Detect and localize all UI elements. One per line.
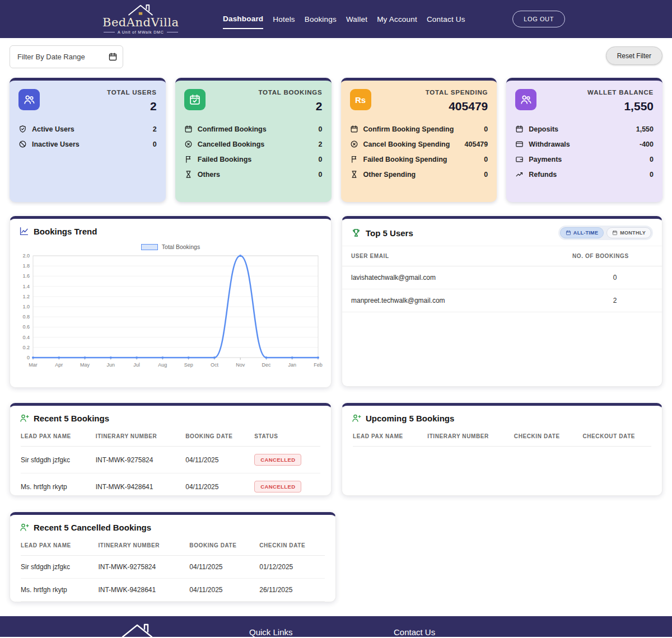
nav-item-bookings[interactable]: Bookings bbox=[305, 10, 337, 29]
stat-item-other-spending: Other Spending0 bbox=[350, 170, 488, 179]
svg-text:0.2: 0.2 bbox=[22, 345, 30, 350]
stat-item-confirmed-bookings: Confirmed Bookings0 bbox=[184, 125, 323, 133]
calendar-check-icon bbox=[184, 89, 206, 110]
date-range-input[interactable] bbox=[10, 45, 123, 68]
stat-item-label: Refunds bbox=[529, 171, 557, 179]
stat-item-label: Confirm Booking Spending bbox=[363, 125, 454, 133]
toggle-monthly[interactable]: MONTHLY bbox=[606, 227, 651, 238]
user-plus-icon bbox=[19, 522, 29, 532]
stat-item-label: Deposits bbox=[529, 125, 558, 133]
date-range-field bbox=[10, 45, 123, 68]
stat-item-value: 0 bbox=[153, 140, 157, 148]
stat-item-label: Confirmed Bookings bbox=[198, 125, 267, 133]
stat-card-wallet-balance: WALLET BALANCE1,550Deposits1,550Withdraw… bbox=[506, 78, 662, 202]
brand-subtitle: A Unit of MWalk DMC bbox=[104, 30, 178, 34]
top-users-title: Top 5 Users bbox=[366, 228, 413, 238]
stat-item-value: 0 bbox=[650, 171, 654, 179]
svg-text:1.2: 1.2 bbox=[22, 294, 30, 299]
table-cell: 04/11/2025 bbox=[185, 473, 254, 496]
column-header: NO. OF BOOKINGS bbox=[572, 246, 662, 266]
hourglass-icon bbox=[350, 170, 358, 179]
table-row: lavishatechwalk@gmail.com0 bbox=[342, 266, 662, 289]
stat-card-total-spending: RsTOTAL SPENDING405479Confirm Booking Sp… bbox=[341, 78, 497, 202]
trend-up-icon bbox=[515, 170, 524, 179]
recent-bookings-header: Recent 5 Bookings bbox=[10, 406, 331, 426]
bookings-trend-header: Bookings Trend bbox=[10, 219, 331, 240]
shield-check-icon bbox=[18, 125, 27, 133]
table-cell: 2 bbox=[572, 289, 662, 312]
column-header: ITINERARY NUMBER bbox=[98, 536, 189, 556]
calendar-icon[interactable] bbox=[108, 52, 118, 62]
footer-house-icon bbox=[119, 622, 155, 637]
status-badge: CANCELLED bbox=[254, 454, 301, 466]
brand-logo[interactable]: BedAndVilla A Unit of MWalk DMC bbox=[102, 3, 179, 34]
recent-bookings-table-wrap: LEAD PAX NAMEITINERARY NUMBERBOOKING DAT… bbox=[10, 426, 331, 496]
svg-text:0.4: 0.4 bbox=[22, 335, 30, 340]
stat-item-label: Cancel Booking Spending bbox=[363, 140, 450, 148]
svg-text:Jul: Jul bbox=[133, 362, 140, 368]
footer-quick-links-title: Quick Links bbox=[249, 627, 293, 637]
stat-item-label: Cancelled Bookings bbox=[198, 140, 264, 148]
stat-item-cancelled-bookings: Cancelled Bookings2 bbox=[184, 140, 323, 148]
svg-text:May: May bbox=[80, 362, 90, 368]
column-header: LEAD PAX NAME bbox=[21, 426, 96, 447]
table-cell: INT-MWK-9428641 bbox=[98, 579, 189, 602]
stat-item-failed-booking-spending: Failed Booking Spending0 bbox=[350, 155, 488, 163]
legend-label: Total Bookings bbox=[162, 243, 200, 250]
bookings-trend-card: Bookings Trend Total Bookings 00.20.40.6… bbox=[10, 216, 332, 388]
status-cell: CANCELLED bbox=[254, 447, 320, 473]
column-header: USER EMAIL bbox=[342, 246, 572, 266]
stat-item-cancel-booking-spending: Cancel Booking Spending405479 bbox=[350, 140, 488, 148]
toggle-label: ALL-TIME bbox=[573, 230, 598, 236]
table-cell: 04/11/2025 bbox=[185, 447, 254, 473]
bookings-trend-chart: 00.20.40.60.81.01.21.41.61.82.0MarAprMay… bbox=[18, 251, 323, 373]
column-header: BOOKING DATE bbox=[185, 426, 254, 447]
reset-filter-button[interactable]: Reset Filter bbox=[606, 46, 662, 65]
upcoming-bookings-card: Upcoming 5 Bookings LEAD PAX NAMEITINERA… bbox=[342, 403, 662, 496]
table-cell: lavishatechwalk@gmail.com bbox=[342, 266, 572, 289]
status-badge: CANCELLED bbox=[254, 481, 301, 492]
cancelled-bookings-card: Recent 5 Cancelled Bookings LEAD PAX NAM… bbox=[10, 512, 336, 602]
x-circle-icon bbox=[184, 140, 193, 148]
upcoming-bookings-table: LEAD PAX NAMEITINERARY NUMBERCHECKIN DAT… bbox=[353, 426, 651, 447]
stat-item-value: 1,550 bbox=[636, 125, 654, 133]
nav-item-contact-us[interactable]: Contact Us bbox=[427, 10, 465, 29]
stat-item-label: Inactive Users bbox=[32, 140, 80, 148]
svg-text:1.6: 1.6 bbox=[22, 273, 30, 279]
trophy-icon bbox=[351, 228, 361, 238]
svg-text:Jun: Jun bbox=[107, 362, 115, 368]
logout-button[interactable]: LOG OUT bbox=[512, 11, 565, 27]
column-header: BOOKING DATE bbox=[189, 536, 259, 556]
table-cell: 0 bbox=[572, 266, 662, 289]
calendar-icon bbox=[612, 230, 618, 236]
svg-text:Aug: Aug bbox=[158, 362, 167, 368]
recent-bookings-card: Recent 5 Bookings LEAD PAX NAMEITINERARY… bbox=[10, 403, 332, 496]
bookings-trend-title: Bookings Trend bbox=[34, 227, 97, 236]
stat-card-value: 1,550 bbox=[587, 100, 654, 113]
card-icon bbox=[515, 140, 524, 148]
cancelled-bookings-title: Recent 5 Cancelled Bookings bbox=[34, 523, 151, 532]
table-cell: Ms. hrtfgh rkytp bbox=[21, 579, 98, 602]
wallet-icon bbox=[515, 155, 524, 163]
hourglass-icon bbox=[184, 170, 193, 179]
stat-item-payments: Payments0 bbox=[515, 155, 654, 163]
status-cell: CANCELLED bbox=[254, 473, 320, 496]
stat-item-failed-bookings: Failed Bookings0 bbox=[184, 155, 323, 163]
stat-item-value: 0 bbox=[650, 156, 654, 163]
stat-item-refunds: Refunds0 bbox=[515, 170, 654, 179]
header: BedAndVilla A Unit of MWalk DMC Dashboar… bbox=[0, 0, 672, 38]
nav-item-wallet[interactable]: Wallet bbox=[346, 10, 367, 29]
stat-item-value: 0 bbox=[319, 156, 323, 163]
stat-item-value: 0 bbox=[484, 156, 488, 163]
recent-bookings-table: LEAD PAX NAMEITINERARY NUMBERBOOKING DAT… bbox=[21, 426, 320, 496]
nav-item-hotels[interactable]: Hotels bbox=[273, 10, 295, 29]
svg-text:Mar: Mar bbox=[29, 362, 38, 368]
bookings-row: Recent 5 Bookings LEAD PAX NAMEITINERARY… bbox=[10, 403, 662, 496]
stat-item-label: Other Spending bbox=[363, 171, 416, 179]
nav-item-dashboard[interactable]: Dashboard bbox=[223, 10, 263, 29]
stat-item-value: 0 bbox=[319, 125, 323, 133]
toggle-all-time[interactable]: ALL-TIME bbox=[560, 227, 604, 238]
stat-item-value: -400 bbox=[640, 140, 654, 148]
nav-item-my-account[interactable]: My Account bbox=[377, 10, 417, 29]
stat-item-inactive-users: Inactive Users0 bbox=[18, 140, 157, 148]
